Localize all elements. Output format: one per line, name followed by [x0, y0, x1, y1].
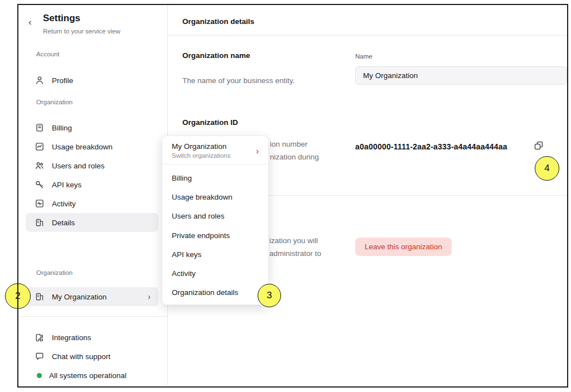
copy-icon[interactable]	[531, 138, 546, 153]
sidebar-item-label: Details	[52, 219, 75, 227]
dropdown-item-private-endpoints[interactable]: Private endpoints	[162, 226, 268, 245]
page-title: Settings	[43, 13, 80, 24]
integrations-icon	[35, 332, 45, 342]
details-icon	[35, 217, 45, 228]
dropdown-org-switcher[interactable]: My Organization Switch organizations ›	[162, 136, 268, 164]
sidebar-item-usage-breakdown[interactable]: Usage breakdown	[26, 137, 158, 156]
organization-name-input[interactable]	[355, 66, 567, 85]
dropdown-item-billing[interactable]: Billing	[162, 168, 268, 187]
sidebar-item-profile[interactable]: Profile	[26, 71, 158, 90]
dropdown-org-name: My Organization	[172, 142, 260, 151]
leave-description-fragment: ization you will	[269, 236, 318, 245]
annotation-badge-4: 4	[535, 156, 559, 181]
organization-dropdown-menu: My Organization Switch organizations › B…	[162, 135, 269, 305]
section-label-organization: Organization	[36, 99, 72, 105]
activity-icon	[35, 199, 45, 209]
section-label-organization-switcher: Organization	[36, 269, 72, 276]
leave-description-fragment: administrator to	[269, 249, 321, 258]
dropdown-item-users-and-roles[interactable]: Users and roles	[162, 207, 268, 226]
sidebar-divider	[18, 316, 167, 317]
org-id-description-fragment: nization during	[270, 153, 319, 161]
settings-page: ‹ Settings Return to your service view A…	[0, 0, 571, 392]
sidebar-item-details[interactable]: Details	[26, 213, 158, 232]
section-label-account: Account	[36, 51, 60, 57]
back-chevron-icon[interactable]: ‹	[28, 17, 32, 27]
api-keys-icon	[35, 180, 45, 190]
chevron-right-icon: ›	[148, 292, 151, 301]
sidebar-item-label: Usage breakdown	[52, 143, 113, 151]
org-id-section-title: Organization ID	[182, 118, 238, 127]
sidebar-item-api-keys[interactable]: API keys	[26, 175, 158, 194]
profile-icon	[35, 75, 45, 85]
content-header-title: Organization details	[182, 17, 254, 26]
sidebar-item-chat-support[interactable]: Chat with support	[26, 347, 158, 366]
org-id-description-fragment: ion number	[270, 140, 308, 148]
sidebar-item-my-organization[interactable]: My Organization ›	[26, 287, 158, 306]
sidebar-item-label: Integrations	[52, 333, 91, 342]
sidebar-item-system-status[interactable]: All systems operational	[26, 366, 158, 385]
organization-icon	[35, 292, 45, 302]
sidebar-item-users-and-roles[interactable]: Users and roles	[26, 156, 158, 175]
status-dot-icon	[37, 373, 42, 378]
annotation-badge-3: 3	[258, 284, 281, 307]
sidebar-item-label: Activity	[52, 200, 76, 208]
sidebar-item-label: My Organization	[52, 293, 107, 301]
dropdown-item-api-keys[interactable]: API keys	[162, 245, 268, 264]
annotation-badge-2: 2	[5, 283, 31, 309]
organization-id-value: a0a00000-1111-2aa2-a333-a4a44aa444aa	[355, 142, 507, 151]
header-divider	[168, 35, 567, 36]
org-name-section-description: The name of your business entity.	[182, 76, 295, 85]
sidebar-item-label: Users and roles	[52, 162, 105, 170]
dropdown-item-usage-breakdown[interactable]: Usage breakdown	[162, 187, 268, 206]
sidebar-item-label: Profile	[52, 76, 73, 85]
sidebar-subtitle: Return to your service view	[43, 28, 120, 35]
sidebar-item-label: Billing	[52, 124, 72, 132]
sidebar-item-activity[interactable]: Activity	[26, 194, 158, 213]
users-roles-icon	[35, 161, 45, 171]
sidebar-item-label: API keys	[52, 181, 81, 189]
chevron-right-icon: ›	[256, 147, 259, 156]
chat-icon	[35, 351, 45, 361]
sidebar-item-label: All systems operational	[49, 371, 127, 380]
dropdown-item-organization-details[interactable]: Organization details	[162, 283, 268, 302]
sidebar-item-integrations[interactable]: Integrations	[26, 328, 158, 347]
usage-breakdown-icon	[35, 142, 45, 152]
org-name-section-title: Organization name	[182, 51, 250, 60]
sidebar-item-billing[interactable]: Billing	[26, 118, 158, 137]
dropdown-item-activity[interactable]: Activity	[162, 264, 268, 283]
leave-organization-button[interactable]: Leave this organization	[355, 238, 452, 256]
dropdown-org-subtitle: Switch organizations	[172, 152, 260, 159]
sidebar-item-label: Chat with support	[52, 352, 110, 361]
name-field-label: Name	[355, 53, 372, 60]
billing-icon	[35, 123, 45, 133]
